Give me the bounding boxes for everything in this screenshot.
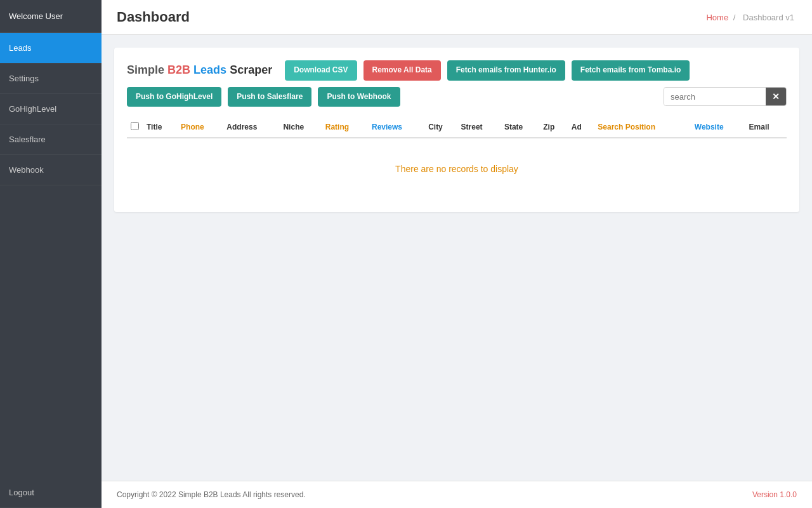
title-simple: Simple (127, 64, 164, 76)
footer-version-number: 1.0.0 (780, 490, 797, 499)
col-ad: Ad (568, 117, 594, 138)
sidebar-item-gohighlevel[interactable]: GoHighLevel (0, 94, 102, 124)
empty-message: There are no records to display (127, 138, 787, 199)
push-salesflare-button[interactable]: Push to Salesflare (228, 87, 311, 107)
push-webhook-button[interactable]: Push to Webhook (318, 87, 400, 107)
col-search-position: Search Position (594, 117, 690, 138)
col-phone: Phone (177, 117, 223, 138)
card-header: Simple B2B Leads Scraper Download CSV Re… (127, 60, 787, 107)
breadcrumb-current: Dashboard v1 (743, 13, 794, 22)
leads-card: Simple B2B Leads Scraper Download CSV Re… (114, 48, 799, 212)
page-title: Dashboard (117, 9, 190, 25)
search-input[interactable] (664, 88, 766, 105)
table-header-row: Title Phone Address Niche Rating Reviews… (127, 117, 787, 138)
search-box: ✕ (664, 87, 787, 106)
topbar: Dashboard Home / Dashboard v1 (102, 0, 812, 35)
sidebar-item-leads[interactable]: Leads (0, 33, 102, 64)
fetch-tomba-button[interactable]: Fetch emails from Tomba.io (572, 60, 690, 81)
sidebar-item-salesflare[interactable]: Salesflare (0, 124, 102, 155)
fetch-hunter-button[interactable]: Fetch emails from Hunter.io (447, 60, 565, 81)
col-state: State (501, 117, 539, 138)
push-gohighlevel-button[interactable]: Push to GoHighLevel (127, 87, 221, 107)
sidebar-user-label: Welcome User (0, 0, 102, 33)
sidebar-item-settings[interactable]: Settings (0, 64, 102, 94)
col-street: Street (457, 117, 501, 138)
main-area: Dashboard Home / Dashboard v1 Simple B2B… (102, 0, 812, 508)
col-rating: Rating (322, 117, 368, 138)
sidebar-item-logout[interactable]: Logout (0, 478, 102, 508)
title-b2b: B2B (167, 64, 190, 76)
footer-version: Version 1.0.0 (752, 490, 797, 499)
col-title: Title (143, 117, 177, 138)
col-niche: Niche (279, 117, 321, 138)
breadcrumb-home[interactable]: Home (706, 13, 728, 22)
select-all-col (127, 117, 143, 138)
col-email: Email (745, 117, 787, 138)
breadcrumb: Home / Dashboard v1 (706, 13, 797, 22)
download-csv-button[interactable]: Download CSV (285, 60, 357, 81)
sidebar-item-webhook[interactable]: Webhook (0, 155, 102, 185)
col-address: Address (223, 117, 279, 138)
footer-copyright: Copyright © 2022 Simple B2B Leads All ri… (117, 490, 306, 499)
remove-all-button[interactable]: Remove All Data (363, 60, 441, 81)
empty-row: There are no records to display (127, 138, 787, 199)
footer-copy-text: Copyright © 2022 Simple B2B Leads (117, 490, 241, 499)
footer: Copyright © 2022 Simple B2B Leads All ri… (102, 481, 812, 508)
leads-table: Title Phone Address Niche Rating Reviews… (127, 117, 787, 199)
col-website: Website (691, 117, 745, 138)
table-wrapper: Title Phone Address Niche Rating Reviews… (127, 117, 787, 199)
sidebar: Welcome User Leads Settings GoHighLevel … (0, 0, 102, 508)
title-scraper: Scraper (230, 64, 272, 76)
col-city: City (424, 117, 457, 138)
footer-rights: All rights reserved. (241, 490, 306, 499)
breadcrumb-separator: / (733, 13, 736, 22)
content-area: Simple B2B Leads Scraper Download CSV Re… (102, 35, 812, 481)
title-leads: Leads (193, 64, 226, 76)
col-zip: Zip (539, 117, 568, 138)
search-clear-button[interactable]: ✕ (766, 88, 786, 105)
col-reviews: Reviews (368, 117, 424, 138)
footer-version-label: Version (752, 490, 778, 499)
select-all-checkbox[interactable] (131, 122, 139, 130)
card-title: Simple B2B Leads Scraper (127, 64, 272, 77)
